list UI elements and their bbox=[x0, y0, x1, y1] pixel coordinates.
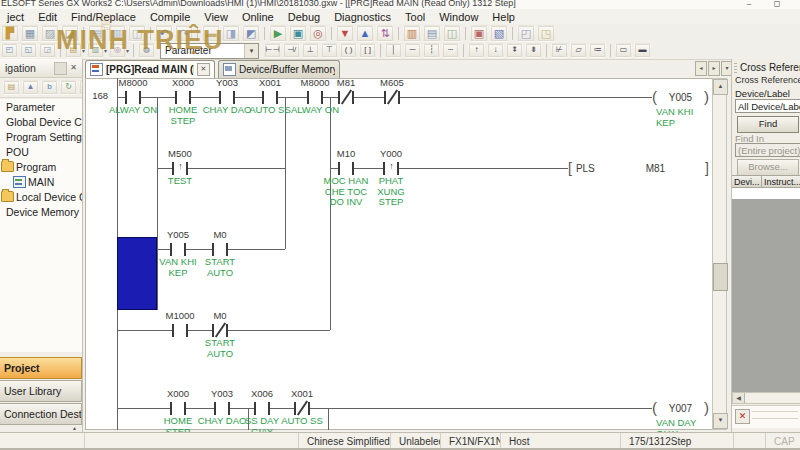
nav-view-connection-desti[interactable]: Connection Desti... bbox=[0, 403, 82, 425]
browse-button[interactable]: Browse... bbox=[737, 159, 799, 176]
ladder-editor-canvas[interactable] bbox=[85, 78, 712, 430]
monitor-mode-icon[interactable]: ▥ bbox=[403, 25, 421, 42]
cascade-window-icon[interactable]: ◱ bbox=[20, 43, 37, 58]
scroll-up-icon[interactable]: ▲ bbox=[713, 79, 728, 95]
verify-icon[interactable]: ⇅ bbox=[376, 25, 394, 42]
scroll-down-icon[interactable]: ▼ bbox=[713, 413, 728, 429]
nav-item-global-device-comm[interactable]: Global Device Comm bbox=[0, 114, 82, 129]
compile-all-icon[interactable]: ▣ bbox=[289, 25, 307, 42]
find-in-combo[interactable]: (Entire project) bbox=[735, 143, 800, 157]
save-project-icon[interactable]: ▦ bbox=[21, 25, 39, 42]
start-monitor-icon[interactable]: ▣ bbox=[470, 25, 488, 42]
watch-icon[interactable]: ◫ bbox=[443, 25, 461, 42]
tab-scroll-left-icon[interactable]: ◂ bbox=[695, 61, 707, 76]
nav-item-pou[interactable]: POU bbox=[0, 144, 82, 159]
find-button[interactable]: Find bbox=[737, 116, 799, 133]
convert-icon[interactable]: ▶ bbox=[269, 25, 287, 42]
nav-info-icon[interactable]: b bbox=[41, 80, 58, 95]
column-device[interactable]: Devi... bbox=[732, 175, 762, 188]
menu-help[interactable]: Help bbox=[485, 11, 522, 23]
device-label-combo[interactable]: All Device/Label bbox=[735, 99, 800, 113]
nav-item-local-device-com[interactable]: Local Device Com bbox=[0, 189, 82, 204]
ladder-statement-icon[interactable]: ▬ bbox=[634, 43, 651, 58]
menu-ject[interactable]: ject bbox=[0, 11, 31, 23]
ladder-falling-branch-icon[interactable]: ⇟ bbox=[525, 43, 542, 58]
stop-monitor-icon[interactable]: ▧ bbox=[490, 25, 508, 42]
delete-icon[interactable]: ✕ bbox=[735, 409, 750, 424]
cross-reference-hscrollbar[interactable]: ◀ bbox=[732, 392, 800, 404]
editor-vertical-scrollbar[interactable]: ▲ ▼ bbox=[712, 78, 727, 430]
tab-scroll-right-icon[interactable]: ▸ bbox=[708, 61, 720, 76]
ladder-edit-icon[interactable]: ▱ bbox=[570, 43, 587, 58]
nav-filter-icon[interactable]: ▤ bbox=[3, 80, 20, 95]
ladder-inline-st-icon[interactable]: ≔ bbox=[589, 43, 606, 58]
database-icon[interactable]: ◪ bbox=[61, 25, 79, 42]
monitor-icon[interactable]: ◎ bbox=[109, 43, 126, 58]
paste-icon[interactable]: ◫ bbox=[128, 25, 146, 42]
tab-device-buffer-memory-batch-mo[interactable]: Device/Buffer Memory Batch Mo... bbox=[218, 60, 340, 78]
statement-icon[interactable]: ◨ bbox=[222, 25, 240, 42]
minimize-button[interactable]: – bbox=[738, 0, 760, 9]
nav-item-program[interactable]: Program bbox=[0, 159, 82, 174]
chevron-down-icon[interactable]: ▾ bbox=[244, 44, 258, 58]
menu-diagnostics[interactable]: Diagnostics bbox=[327, 11, 398, 23]
ladder-closed-contact-icon[interactable]: ⊣/ bbox=[283, 43, 300, 58]
tile-window-icon[interactable]: ◰ bbox=[1, 43, 18, 58]
tab-prg-read-main-read-onl[interactable]: [PRG]Read MAIN (Read Onl...✕ bbox=[85, 60, 215, 78]
menu-edit[interactable]: Edit bbox=[31, 11, 64, 23]
nav-refresh-icon[interactable]: ↻ bbox=[60, 80, 77, 95]
restore-button[interactable]: ◻ bbox=[766, 0, 788, 9]
zoom-icon[interactable]: ◰ bbox=[517, 25, 535, 42]
nav-item-main[interactable]: MAIN bbox=[0, 174, 82, 189]
ladder-application-icon[interactable]: [ ] bbox=[359, 43, 376, 58]
comment-icon[interactable]: ▤ bbox=[65, 43, 82, 58]
menu-window[interactable]: Window bbox=[432, 11, 485, 23]
ladder-invert-icon[interactable]: ⊬ bbox=[551, 43, 568, 58]
ladder-rising-branch-icon[interactable]: ⇞ bbox=[506, 43, 523, 58]
ladder-vertical-line-icon[interactable]: │ bbox=[385, 43, 402, 58]
device-display-icon-dropdown[interactable]: ▾ bbox=[104, 47, 107, 54]
ladder-delete-hline-icon[interactable]: ┄ bbox=[442, 43, 459, 58]
check-icon[interactable]: ◎ bbox=[309, 25, 327, 42]
docking-icon[interactable]: ◲ bbox=[39, 43, 56, 58]
close-icon[interactable]: ✕ bbox=[68, 62, 79, 73]
print-icon[interactable]: ▨ bbox=[41, 25, 59, 42]
redo-icon[interactable]: ↷ bbox=[175, 25, 193, 42]
cut-icon[interactable]: ▤ bbox=[88, 25, 106, 42]
menu-compile[interactable]: Compile bbox=[143, 11, 197, 23]
ladder-open-contact-icon[interactable]: ⊢⊣ bbox=[264, 43, 281, 58]
nav-view-project[interactable]: Project bbox=[0, 357, 82, 379]
ladder-comment-icon[interactable]: ▭ bbox=[615, 43, 632, 58]
monitor-write-icon[interactable]: ▤ bbox=[423, 25, 441, 42]
ladder-falling-pulse-icon[interactable]: ↓ bbox=[487, 43, 504, 58]
comment-icon-dropdown[interactable]: ▾ bbox=[82, 47, 85, 54]
nav-item-parameter[interactable]: Parameter bbox=[0, 99, 82, 114]
device-display-icon[interactable]: ▥ bbox=[87, 43, 104, 58]
nav-sort-icon[interactable]: ▲ bbox=[22, 80, 39, 95]
menu-debug[interactable]: Debug bbox=[281, 11, 327, 23]
open-project-icon[interactable]: ▛ bbox=[1, 25, 19, 42]
data-combo[interactable]: Parameter▾ bbox=[160, 43, 259, 59]
scroll-left-icon[interactable]: ◀ bbox=[733, 393, 745, 403]
copy-icon[interactable]: ▥ bbox=[108, 25, 126, 42]
column-instruction[interactable]: Instruct... bbox=[762, 175, 800, 188]
nav-user-icon[interactable]: ▣ bbox=[79, 80, 83, 95]
ladder-open-branch-icon[interactable]: ⊥ bbox=[302, 43, 319, 58]
pin-icon[interactable] bbox=[54, 62, 67, 75]
menu-online[interactable]: Online bbox=[235, 11, 281, 23]
menu-view[interactable]: View bbox=[197, 11, 235, 23]
nav-item-program-setting[interactable]: Program Setting bbox=[0, 129, 82, 144]
nav-item-device-memory[interactable]: Device Memory bbox=[0, 204, 82, 219]
write-to-plc-icon[interactable]: ▼ bbox=[336, 25, 354, 42]
note-icon[interactable]: ◩ bbox=[242, 25, 260, 42]
menu-tool[interactable]: Tool bbox=[398, 11, 432, 23]
comment-display-icon[interactable]: ◳ bbox=[537, 25, 555, 42]
scrollbar-thumb[interactable] bbox=[713, 263, 728, 291]
monitor-icon-dropdown[interactable]: ▾ bbox=[126, 47, 129, 54]
ladder-horizontal-line-icon[interactable]: ─ bbox=[404, 43, 421, 58]
ladder-coil-icon[interactable]: ( ) bbox=[340, 43, 357, 58]
menu-find-replace[interactable]: Find/Replace bbox=[64, 11, 143, 23]
ladder-delete-vline-icon[interactable]: ┆ bbox=[423, 43, 440, 58]
device-comment-icon[interactable]: ▬ bbox=[202, 25, 220, 42]
read-from-plc-icon[interactable]: ▲ bbox=[356, 25, 374, 42]
